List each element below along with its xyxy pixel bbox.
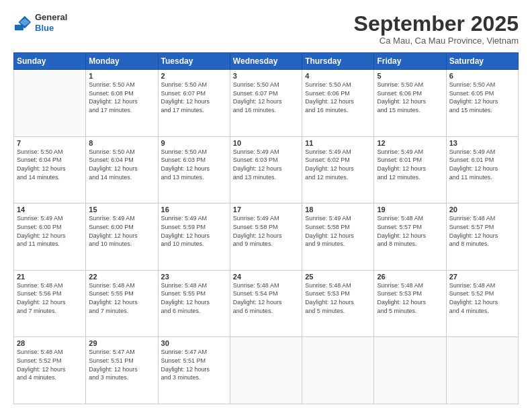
generalblue-logo-icon <box>13 13 32 32</box>
day-info: Sunrise: 5:49 AM Sunset: 6:01 PM Dayligh… <box>377 148 443 181</box>
day-number: 8 <box>89 139 154 147</box>
day-number: 27 <box>449 273 515 281</box>
calendar-cell: 14Sunrise: 5:49 AM Sunset: 6:00 PM Dayli… <box>14 203 86 271</box>
calendar-table: SundayMondayTuesdayWednesdayThursdayFrid… <box>13 52 519 404</box>
calendar-cell: 8Sunrise: 5:50 AM Sunset: 6:04 PM Daylig… <box>86 136 158 203</box>
logo: General Blue <box>13 12 67 33</box>
day-info: Sunrise: 5:50 AM Sunset: 6:03 PM Dayligh… <box>161 148 227 181</box>
page: General Blue September 2025 Ca Mau, Ca M… <box>0 0 532 411</box>
logo-text: General Blue <box>35 12 67 33</box>
day-info: Sunrise: 5:47 AM Sunset: 5:51 PM Dayligh… <box>89 348 154 381</box>
day-number: 25 <box>305 273 371 281</box>
day-info: Sunrise: 5:48 AM Sunset: 5:52 PM Dayligh… <box>17 348 83 381</box>
day-info: Sunrise: 5:50 AM Sunset: 6:05 PM Dayligh… <box>449 81 515 114</box>
calendar-cell: 10Sunrise: 5:49 AM Sunset: 6:03 PM Dayli… <box>230 136 302 203</box>
day-number: 17 <box>233 205 299 214</box>
day-info: Sunrise: 5:48 AM Sunset: 5:52 PM Dayligh… <box>449 281 515 315</box>
day-number: 13 <box>449 139 515 147</box>
day-number: 19 <box>377 205 443 214</box>
calendar-cell: 20Sunrise: 5:48 AM Sunset: 5:57 PM Dayli… <box>446 203 518 271</box>
logo-line1: General <box>35 12 67 23</box>
day-number: 29 <box>89 339 154 347</box>
calendar-cell <box>230 337 302 404</box>
day-number: 28 <box>17 339 83 347</box>
calendar-cell: 6Sunrise: 5:50 AM Sunset: 6:05 PM Daylig… <box>446 70 518 137</box>
day-number: 24 <box>233 273 299 281</box>
day-info: Sunrise: 5:49 AM Sunset: 5:58 PM Dayligh… <box>233 214 299 248</box>
header: General Blue September 2025 Ca Mau, Ca M… <box>13 12 519 46</box>
day-number: 2 <box>161 72 227 80</box>
calendar-cell: 24Sunrise: 5:48 AM Sunset: 5:54 PM Dayli… <box>230 270 302 337</box>
day-info: Sunrise: 5:49 AM Sunset: 6:00 PM Dayligh… <box>89 214 154 248</box>
day-info: Sunrise: 5:48 AM Sunset: 5:55 PM Dayligh… <box>89 281 154 315</box>
day-number: 6 <box>449 72 515 80</box>
col-header-sunday: Sunday <box>14 53 86 70</box>
day-info: Sunrise: 5:48 AM Sunset: 5:57 PM Dayligh… <box>449 214 515 248</box>
day-number: 22 <box>89 273 154 281</box>
day-info: Sunrise: 5:50 AM Sunset: 6:04 PM Dayligh… <box>17 148 83 181</box>
day-number: 5 <box>377 72 443 80</box>
day-number: 14 <box>17 205 83 214</box>
day-number: 9 <box>161 139 227 147</box>
calendar-cell: 21Sunrise: 5:48 AM Sunset: 5:56 PM Dayli… <box>14 270 86 337</box>
day-number: 12 <box>377 139 443 147</box>
calendar-cell <box>446 337 518 404</box>
calendar-cell: 25Sunrise: 5:48 AM Sunset: 5:53 PM Dayli… <box>302 270 374 337</box>
day-number: 15 <box>89 205 154 214</box>
calendar-cell: 17Sunrise: 5:49 AM Sunset: 5:58 PM Dayli… <box>230 203 302 271</box>
day-info: Sunrise: 5:50 AM Sunset: 6:06 PM Dayligh… <box>305 81 371 114</box>
day-info: Sunrise: 5:48 AM Sunset: 5:54 PM Dayligh… <box>233 281 299 315</box>
calendar-cell: 5Sunrise: 5:50 AM Sunset: 6:06 PM Daylig… <box>374 70 446 137</box>
day-number: 18 <box>305 205 371 214</box>
day-number: 4 <box>305 72 371 80</box>
col-header-thursday: Thursday <box>302 53 374 70</box>
day-info: Sunrise: 5:48 AM Sunset: 5:57 PM Dayligh… <box>377 214 443 248</box>
calendar-cell: 4Sunrise: 5:50 AM Sunset: 6:06 PM Daylig… <box>302 70 374 137</box>
col-header-wednesday: Wednesday <box>230 53 302 70</box>
day-number: 23 <box>161 273 227 281</box>
day-info: Sunrise: 5:48 AM Sunset: 5:53 PM Dayligh… <box>377 281 443 315</box>
day-number: 11 <box>305 139 371 147</box>
calendar-cell: 29Sunrise: 5:47 AM Sunset: 5:51 PM Dayli… <box>86 337 158 404</box>
calendar-week-2: 7Sunrise: 5:50 AM Sunset: 6:04 PM Daylig… <box>14 136 519 203</box>
calendar-cell: 19Sunrise: 5:48 AM Sunset: 5:57 PM Dayli… <box>374 203 446 271</box>
calendar-cell: 23Sunrise: 5:48 AM Sunset: 5:55 PM Dayli… <box>158 270 230 337</box>
day-number: 16 <box>161 205 227 214</box>
day-number: 30 <box>161 339 227 347</box>
calendar-cell: 16Sunrise: 5:49 AM Sunset: 5:59 PM Dayli… <box>158 203 230 271</box>
day-info: Sunrise: 5:49 AM Sunset: 5:58 PM Dayligh… <box>305 214 371 248</box>
day-info: Sunrise: 5:48 AM Sunset: 5:56 PM Dayligh… <box>17 281 83 315</box>
calendar-cell: 28Sunrise: 5:48 AM Sunset: 5:52 PM Dayli… <box>14 337 86 404</box>
calendar-cell: 15Sunrise: 5:49 AM Sunset: 6:00 PM Dayli… <box>86 203 158 271</box>
calendar-cell: 26Sunrise: 5:48 AM Sunset: 5:53 PM Dayli… <box>374 270 446 337</box>
day-number: 10 <box>233 139 299 147</box>
calendar-cell: 9Sunrise: 5:50 AM Sunset: 6:03 PM Daylig… <box>158 136 230 203</box>
day-number: 21 <box>17 273 83 281</box>
calendar-cell: 12Sunrise: 5:49 AM Sunset: 6:01 PM Dayli… <box>374 136 446 203</box>
calendar-week-4: 21Sunrise: 5:48 AM Sunset: 5:56 PM Dayli… <box>14 270 519 337</box>
day-info: Sunrise: 5:50 AM Sunset: 6:07 PM Dayligh… <box>233 81 299 114</box>
calendar-cell: 18Sunrise: 5:49 AM Sunset: 5:58 PM Dayli… <box>302 203 374 271</box>
calendar-cell: 22Sunrise: 5:48 AM Sunset: 5:55 PM Dayli… <box>86 270 158 337</box>
calendar-cell: 3Sunrise: 5:50 AM Sunset: 6:07 PM Daylig… <box>230 70 302 137</box>
calendar-cell <box>14 70 86 137</box>
day-info: Sunrise: 5:50 AM Sunset: 6:07 PM Dayligh… <box>161 81 227 114</box>
day-number: 7 <box>17 139 83 147</box>
month-title: September 2025 <box>354 12 519 36</box>
day-info: Sunrise: 5:48 AM Sunset: 5:53 PM Dayligh… <box>305 281 371 315</box>
calendar-cell: 11Sunrise: 5:49 AM Sunset: 6:02 PM Dayli… <box>302 136 374 203</box>
calendar-cell: 27Sunrise: 5:48 AM Sunset: 5:52 PM Dayli… <box>446 270 518 337</box>
calendar-cell <box>374 337 446 404</box>
calendar-cell: 2Sunrise: 5:50 AM Sunset: 6:07 PM Daylig… <box>158 70 230 137</box>
day-info: Sunrise: 5:49 AM Sunset: 6:02 PM Dayligh… <box>305 148 371 181</box>
svg-rect-3 <box>15 24 24 30</box>
day-info: Sunrise: 5:49 AM Sunset: 6:00 PM Dayligh… <box>17 214 83 248</box>
calendar-cell <box>302 337 374 404</box>
day-info: Sunrise: 5:47 AM Sunset: 5:51 PM Dayligh… <box>161 348 227 381</box>
day-number: 26 <box>377 273 443 281</box>
col-header-friday: Friday <box>374 53 446 70</box>
day-info: Sunrise: 5:49 AM Sunset: 5:59 PM Dayligh… <box>161 214 227 248</box>
logo-line2: Blue <box>35 23 67 34</box>
day-info: Sunrise: 5:50 AM Sunset: 6:04 PM Dayligh… <box>89 148 154 181</box>
calendar-week-1: 1Sunrise: 5:50 AM Sunset: 6:08 PM Daylig… <box>14 70 519 137</box>
